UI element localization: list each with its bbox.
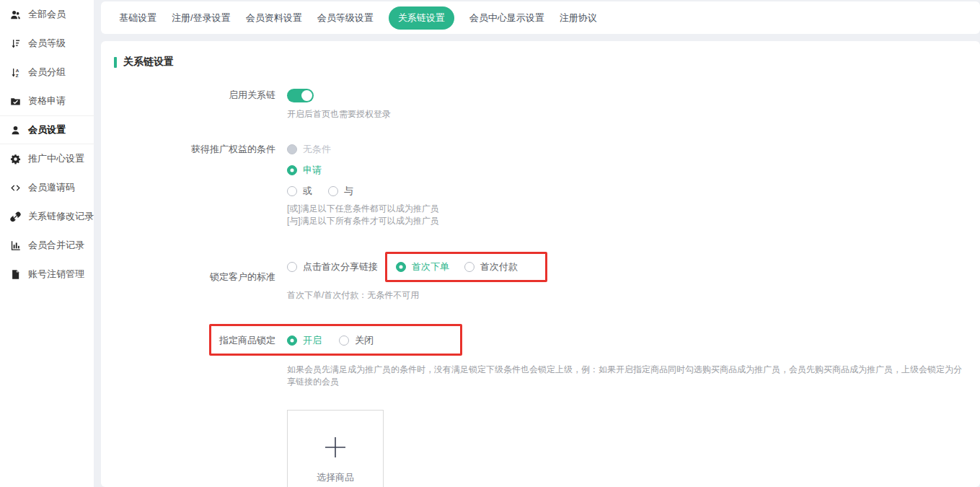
radio-dot — [287, 144, 297, 154]
radio-dot — [287, 262, 297, 272]
select-product-label: 选择商品 — [317, 471, 354, 484]
tab-basic-settings[interactable]: 基础设置 — [119, 12, 156, 25]
sort-numeric-icon — [9, 38, 21, 49]
radio-dot — [287, 186, 297, 196]
sidebar-item-merge-records[interactable]: 会员合并记录 — [0, 231, 94, 260]
sidebar: 全部会员 会员等级 AZ 会员分组 资格申请 会员设置 推广中心设置 — [0, 0, 94, 487]
sidebar-item-account-cancellation[interactable]: 账号注销管理 — [0, 260, 94, 289]
condition-helper-or: [或]满足以下任意条件都可以成为推广员 — [287, 203, 439, 215]
product-lock-helper: 如果会员先满足成为推广员的条件时，没有满足锁定下级条件也会锁定上级，例：如果开启… — [287, 364, 966, 388]
radio-no-condition: 无条件 — [287, 143, 331, 156]
product-lock-row: 指定商品锁定 开启 关闭 如果会员先满足成为推广员的条件时，没有满足锁定下级条件… — [114, 333, 966, 487]
annotation-box-lock-standard: 首次下单 首次付款 — [385, 252, 547, 282]
sidebar-item-member-groups[interactable]: AZ 会员分组 — [0, 58, 94, 87]
select-product-button[interactable]: 选择商品 — [287, 410, 384, 487]
radio-first-payment[interactable]: 首次付款 — [464, 260, 518, 273]
sidebar-item-label: 会员合并记录 — [28, 239, 84, 252]
sidebar-item-member-settings[interactable]: 会员设置 — [0, 115, 94, 144]
sidebar-item-label: 会员等级 — [28, 37, 66, 50]
main-area: 基础设置 注册/登录设置 会员资料设置 会员等级设置 关系链设置 会员中心显示设… — [101, 0, 980, 487]
tab-member-center-display[interactable]: 会员中心显示设置 — [469, 12, 544, 25]
sidebar-item-label: 会员设置 — [28, 123, 66, 136]
radio-dot — [328, 186, 338, 196]
lock-standard-label: 锁定客户的标准 — [114, 270, 281, 284]
sidebar-item-promotion-center[interactable]: 推广中心设置 — [0, 144, 94, 173]
sidebar-item-member-levels[interactable]: 会员等级 — [0, 29, 94, 58]
sidebar-item-label: 全部会员 — [28, 8, 66, 21]
radio-product-lock-on[interactable]: 开启 — [287, 334, 322, 347]
product-lock-label: 指定商品锁定 — [114, 333, 281, 487]
users-icon — [9, 9, 21, 20]
radio-dot — [287, 165, 297, 175]
section-title: 关系链设置 — [114, 56, 966, 69]
sidebar-item-qualification[interactable]: 资格申请 — [0, 87, 94, 115]
radio-first-order[interactable]: 首次下单 — [396, 260, 449, 273]
svg-text:Z: Z — [15, 72, 18, 77]
bar-chart-icon — [9, 240, 21, 251]
tab-member-profile-settings[interactable]: 会员资料设置 — [246, 12, 302, 25]
enable-chain-label: 启用关系链 — [114, 88, 281, 120]
code-icon — [9, 182, 21, 193]
gear-icon — [9, 153, 21, 164]
user-icon — [9, 124, 21, 136]
condition-helper-and: [与]满足以下所有条件才可以成为推广员 — [287, 215, 439, 227]
tab-relation-chain-settings[interactable]: 关系链设置 — [389, 6, 454, 30]
radio-and[interactable]: 与 — [328, 185, 353, 198]
sidebar-item-label: 会员邀请码 — [28, 181, 75, 194]
enable-chain-toggle[interactable] — [287, 89, 314, 102]
section-title-text: 关系链设置 — [123, 56, 174, 69]
promotion-condition-label: 获得推广权益的条件 — [114, 142, 281, 227]
radio-first-share-link[interactable]: 点击首次分享链接 — [287, 260, 378, 273]
sidebar-item-chain-records[interactable]: 关系链修改记录 — [0, 202, 94, 231]
enable-chain-row: 启用关系链 开启后首页也需要授权登录 — [114, 88, 966, 120]
radio-product-lock-off[interactable]: 关闭 — [339, 334, 374, 347]
section-title-bar — [114, 57, 117, 68]
sidebar-item-all-members[interactable]: 全部会员 — [0, 0, 94, 29]
radio-dot — [396, 262, 406, 272]
sidebar-item-label: 会员分组 — [28, 66, 66, 79]
tab-registration-agreement[interactable]: 注册协议 — [560, 12, 597, 25]
sidebar-item-label: 资格申请 — [28, 95, 66, 108]
sort-alpha-icon: AZ — [9, 66, 21, 78]
promotion-condition-row: 获得推广权益的条件 无条件 申请 或 — [114, 142, 966, 227]
radio-dot — [339, 335, 349, 346]
lock-standard-row: 锁定客户的标准 点击首次分享链接 首次下单 首次付款 — [114, 252, 966, 302]
link-icon — [9, 211, 21, 222]
sidebar-item-label: 关系链修改记录 — [28, 210, 94, 223]
svg-text:A: A — [15, 67, 19, 72]
sidebar-item-label: 账号注销管理 — [28, 268, 84, 281]
sidebar-item-invite-code[interactable]: 会员邀请码 — [0, 173, 94, 202]
folder-check-icon — [9, 95, 21, 107]
radio-apply[interactable]: 申请 — [287, 164, 322, 177]
plus-icon — [323, 435, 348, 460]
lock-standard-helper: 首次下单/首次付款：无条件不可用 — [287, 289, 547, 302]
file-icon — [9, 268, 21, 280]
radio-dot — [287, 335, 297, 346]
tab-member-level-settings[interactable]: 会员等级设置 — [317, 12, 374, 25]
radio-dot — [464, 262, 474, 272]
radio-or[interactable]: 或 — [287, 185, 312, 198]
enable-chain-helper: 开启后首页也需要授权登录 — [287, 108, 391, 120]
tab-register-login-settings[interactable]: 注册/登录设置 — [172, 12, 231, 25]
settings-tabbar: 基础设置 注册/登录设置 会员资料设置 会员等级设置 关系链设置 会员中心显示设… — [101, 1, 980, 34]
relation-chain-settings-panel: 关系链设置 启用关系链 开启后首页也需要授权登录 获得推广权益的条件 无条件 — [101, 41, 980, 487]
sidebar-item-label: 推广中心设置 — [28, 152, 84, 165]
